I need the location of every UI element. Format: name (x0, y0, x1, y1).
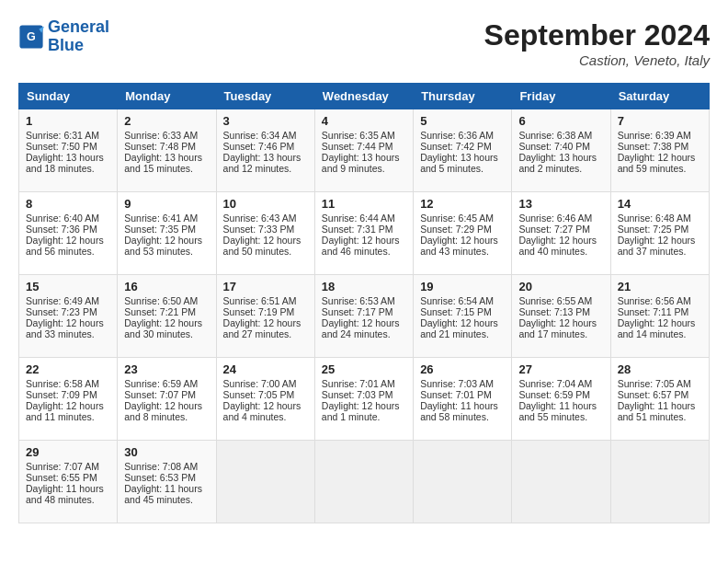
day-detail: Sunrise: 6:55 AM (518, 295, 603, 306)
day-detail: Sunset: 7:27 PM (518, 224, 603, 235)
calendar-cell: 29Sunrise: 7:07 AMSunset: 6:55 PMDayligh… (19, 441, 118, 523)
day-detail: Sunrise: 7:01 AM (322, 378, 406, 389)
day-detail: and 4 minutes. (223, 411, 308, 422)
calendar-row: 22Sunrise: 6:58 AMSunset: 7:09 PMDayligh… (19, 358, 710, 441)
day-number: 29 (26, 445, 110, 459)
day-detail: Sunset: 7:33 PM (223, 224, 308, 235)
calendar-cell: 21Sunrise: 6:56 AMSunset: 7:11 PMDayligh… (610, 275, 709, 358)
day-detail: and 59 minutes. (618, 163, 702, 174)
day-number: 2 (124, 114, 209, 128)
day-number: 26 (420, 362, 505, 376)
day-detail: and 33 minutes. (26, 328, 110, 339)
day-detail: and 11 minutes. (26, 411, 110, 422)
day-detail: Sunrise: 6:36 AM (420, 130, 505, 141)
day-detail: Sunrise: 6:50 AM (124, 295, 209, 306)
day-detail: Sunrise: 6:33 AM (124, 130, 209, 141)
day-detail: Daylight: 12 hours (223, 400, 308, 411)
day-detail: Sunset: 7:35 PM (124, 224, 209, 235)
day-detail: Sunset: 7:25 PM (618, 224, 702, 235)
day-number: 20 (518, 280, 603, 293)
day-detail: Sunrise: 6:56 AM (618, 295, 702, 306)
day-detail: Sunrise: 6:48 AM (618, 213, 702, 224)
day-detail: Sunset: 7:11 PM (618, 306, 702, 317)
day-detail: Sunset: 7:05 PM (223, 389, 308, 400)
day-detail: Daylight: 11 hours (124, 483, 209, 494)
logo-text: General Blue (48, 18, 109, 55)
day-detail: Daylight: 12 hours (618, 317, 702, 328)
day-detail: Daylight: 12 hours (518, 317, 603, 328)
day-detail: Sunset: 6:53 PM (124, 472, 209, 483)
calendar-cell: 25Sunrise: 7:01 AMSunset: 7:03 PMDayligh… (314, 358, 413, 441)
col-sunday: Sunday (19, 84, 118, 109)
day-detail: Daylight: 12 hours (26, 317, 110, 328)
calendar-cell: 12Sunrise: 6:45 AMSunset: 7:29 PMDayligh… (414, 192, 512, 275)
calendar-cell: 20Sunrise: 6:55 AMSunset: 7:13 PMDayligh… (512, 275, 610, 358)
day-detail: Sunset: 7:09 PM (26, 389, 110, 400)
day-number: 18 (322, 280, 406, 293)
day-number: 1 (26, 114, 110, 128)
day-detail: Daylight: 11 hours (618, 400, 702, 411)
day-detail: Daylight: 12 hours (618, 152, 702, 163)
calendar-cell: 22Sunrise: 6:58 AMSunset: 7:09 PMDayligh… (19, 358, 118, 441)
day-number: 8 (26, 197, 110, 211)
day-detail: Sunset: 7:31 PM (322, 224, 406, 235)
day-number: 5 (420, 114, 505, 128)
day-detail: Sunset: 7:03 PM (322, 389, 406, 400)
day-detail: Sunrise: 7:05 AM (618, 378, 702, 389)
day-detail: Sunset: 7:46 PM (223, 141, 308, 152)
col-thursday: Thursday (414, 84, 512, 109)
day-detail: and 12 minutes. (223, 163, 308, 174)
calendar-cell: 28Sunrise: 7:05 AMSunset: 6:57 PMDayligh… (610, 358, 709, 441)
day-detail: Sunset: 6:57 PM (618, 389, 702, 400)
calendar-cell: 18Sunrise: 6:53 AMSunset: 7:17 PMDayligh… (314, 275, 413, 358)
day-number: 4 (322, 114, 406, 128)
day-detail: Daylight: 12 hours (26, 235, 110, 246)
calendar-cell (512, 441, 610, 523)
col-friday: Friday (512, 84, 610, 109)
day-number: 24 (223, 362, 308, 376)
day-detail: and 2 minutes. (518, 163, 603, 174)
day-number: 9 (124, 197, 209, 211)
day-number: 17 (223, 280, 308, 293)
day-number: 16 (124, 280, 209, 293)
day-detail: Daylight: 13 hours (518, 152, 603, 163)
day-detail: Daylight: 12 hours (322, 317, 406, 328)
day-detail: and 51 minutes. (618, 411, 702, 422)
day-number: 12 (420, 197, 505, 211)
calendar-cell: 5Sunrise: 6:36 AMSunset: 7:42 PMDaylight… (414, 109, 512, 192)
day-detail: Sunrise: 7:08 AM (124, 461, 209, 472)
day-detail: Sunrise: 6:46 AM (518, 213, 603, 224)
day-detail: Sunset: 7:44 PM (322, 141, 406, 152)
calendar-cell: 26Sunrise: 7:03 AMSunset: 7:01 PMDayligh… (414, 358, 512, 441)
day-detail: Daylight: 12 hours (518, 235, 603, 246)
calendar-cell: 6Sunrise: 6:38 AMSunset: 7:40 PMDaylight… (512, 109, 610, 192)
day-detail: and 30 minutes. (124, 328, 209, 339)
day-detail: Sunset: 7:13 PM (518, 306, 603, 317)
day-detail: Daylight: 13 hours (124, 152, 209, 163)
day-detail: Daylight: 11 hours (518, 400, 603, 411)
day-detail: Daylight: 11 hours (26, 483, 110, 494)
day-detail: and 56 minutes. (26, 246, 110, 257)
day-number: 11 (322, 197, 406, 211)
location-subtitle: Castion, Veneto, Italy (484, 52, 710, 68)
calendar-cell (216, 441, 314, 523)
calendar-cell: 17Sunrise: 6:51 AMSunset: 7:19 PMDayligh… (216, 275, 314, 358)
day-detail: and 9 minutes. (322, 163, 406, 174)
calendar-row: 8Sunrise: 6:40 AMSunset: 7:36 PMDaylight… (19, 192, 710, 275)
day-detail: Sunset: 7:23 PM (26, 306, 110, 317)
day-detail: and 48 minutes. (26, 494, 110, 505)
day-detail: Sunset: 7:19 PM (223, 306, 308, 317)
col-tuesday: Tuesday (216, 84, 314, 109)
calendar-cell: 10Sunrise: 6:43 AMSunset: 7:33 PMDayligh… (216, 192, 314, 275)
day-detail: Daylight: 13 hours (420, 152, 505, 163)
calendar-table: Sunday Monday Tuesday Wednesday Thursday… (18, 83, 710, 523)
calendar-cell: 8Sunrise: 6:40 AMSunset: 7:36 PMDaylight… (19, 192, 118, 275)
day-number: 19 (420, 280, 505, 293)
day-detail: Sunrise: 6:43 AM (223, 213, 308, 224)
day-detail: and 27 minutes. (223, 328, 308, 339)
calendar-cell: 13Sunrise: 6:46 AMSunset: 7:27 PMDayligh… (512, 192, 610, 275)
day-detail: Daylight: 12 hours (420, 317, 505, 328)
day-detail: and 8 minutes. (124, 411, 209, 422)
day-detail: Daylight: 13 hours (223, 152, 308, 163)
day-detail: Daylight: 12 hours (124, 400, 209, 411)
